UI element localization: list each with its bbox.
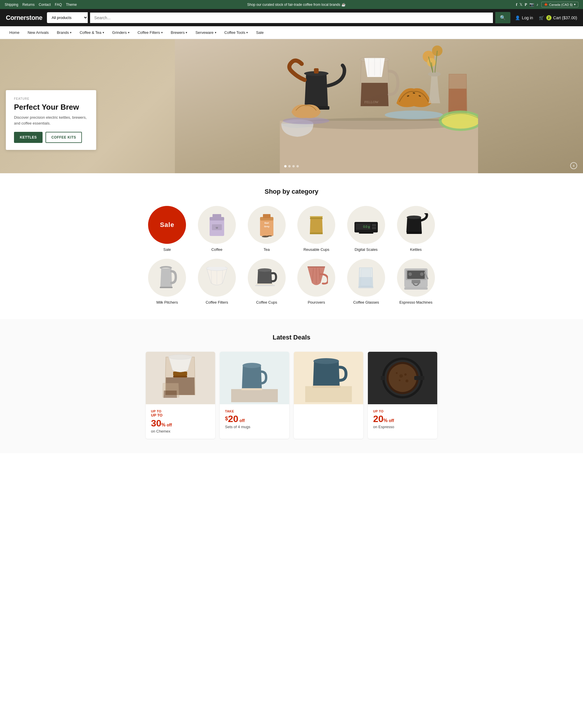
tea-bag-icon: Earl Grey xyxy=(256,213,277,237)
category-coffee-cups[interactable]: Coffee Cups xyxy=(245,259,288,305)
svg-rect-66 xyxy=(404,287,427,290)
deal-card-espresso[interactable]: UP TO 20% off on Espresso xyxy=(368,352,437,439)
nav-new-arrivals[interactable]: New Arrivals xyxy=(24,26,52,39)
twitter-icon[interactable]: 𝕏 xyxy=(520,2,522,7)
nav-grinders[interactable]: Grinders ▾ xyxy=(109,26,133,39)
svg-point-36 xyxy=(267,235,272,237)
svg-point-69 xyxy=(168,355,192,359)
deals-grid: UP TO UP TO 30% off on Chemex xyxy=(146,352,437,439)
svg-rect-73 xyxy=(305,386,352,402)
deal-image-mugs xyxy=(220,352,289,404)
deal-card-chemex[interactable]: UP TO UP TO 30% off on Chemex xyxy=(146,352,215,439)
cart-badge: 2 xyxy=(546,15,552,20)
svg-rect-37 xyxy=(310,216,323,217)
category-coffee-label: Coffee xyxy=(211,247,222,252)
svg-text:FELLOW: FELLOW xyxy=(364,100,379,104)
nav-home[interactable]: Home xyxy=(6,26,23,39)
coffee-kits-button[interactable]: COFFEE KITS xyxy=(46,132,82,143)
pinterest-icon[interactable]: 𝐏 xyxy=(525,2,527,7)
hero-description: Discover precision electric kettles, bre… xyxy=(14,114,88,126)
nav-coffee-filters[interactable]: Coffee Filters ▾ xyxy=(134,26,166,39)
svg-rect-29 xyxy=(212,224,222,230)
category-espresso-machines[interactable]: Espresso Machines xyxy=(394,259,437,305)
nav-sale[interactable]: Sale xyxy=(252,26,267,39)
currency-selector[interactable]: 🍁 Canada (CAD $) ▾ xyxy=(541,2,578,7)
kettles-button[interactable]: KETTLES xyxy=(14,132,43,143)
svg-point-63 xyxy=(408,272,412,276)
link-contact[interactable]: Contact xyxy=(39,3,51,7)
hero-dot-1[interactable] xyxy=(284,165,286,167)
deal-image-mug2 xyxy=(294,352,363,404)
link-shipping[interactable]: Shipping xyxy=(5,3,18,7)
category-kettles-label: Kettles xyxy=(410,247,422,252)
deal-image-chemex xyxy=(146,352,215,404)
svg-point-18 xyxy=(428,72,441,76)
category-kettles[interactable]: Kettles xyxy=(394,206,437,252)
deal-qualifier-espresso: off xyxy=(388,418,394,423)
svg-point-82 xyxy=(399,380,400,381)
hero-dot-3[interactable] xyxy=(293,165,295,167)
hero-buttons: KETTLES COFFEE KITS xyxy=(14,132,88,143)
svg-rect-72 xyxy=(241,388,262,390)
pitcher-icon xyxy=(157,265,177,290)
nav-coffee-tools[interactable]: Coffee Tools ▾ xyxy=(221,26,252,39)
category-milk-pitchers[interactable]: Milk Pitchers xyxy=(146,259,189,305)
nav-brewers[interactable]: Brewers ▾ xyxy=(167,26,191,39)
hero-overlay: FEATURE Perfect Your Brew Discover preci… xyxy=(6,90,96,150)
deal-badge-espresso: UP TO xyxy=(373,410,432,413)
deal-card-mug2[interactable] xyxy=(294,352,363,439)
link-returns[interactable]: Returns xyxy=(23,3,35,7)
nav-brands[interactable]: Brands ▾ xyxy=(53,26,75,39)
link-theme[interactable]: Theme xyxy=(66,3,77,7)
svg-rect-42 xyxy=(372,224,376,226)
hero-dot-4[interactable] xyxy=(297,165,299,167)
instagram-icon[interactable]: 📷 xyxy=(529,2,534,7)
hero-dot-2[interactable] xyxy=(288,165,290,167)
category-coffee-filters[interactable]: Coffee Filters xyxy=(196,259,239,305)
category-milk-pitchers-label: Milk Pitchers xyxy=(156,300,178,305)
deal-qualifier-mugs: off xyxy=(239,418,245,423)
category-coffee-glasses[interactable]: Coffee Glasses xyxy=(345,259,388,305)
category-sale[interactable]: Sale Sale xyxy=(146,206,189,252)
nav-serveware[interactable]: Serveware ▾ xyxy=(192,26,220,39)
svg-rect-68 xyxy=(173,376,187,378)
coffee-cup-icon xyxy=(255,266,278,289)
social-icons: 𝐟 𝕏 𝐏 📷 ♪ xyxy=(516,2,538,7)
search-button[interactable]: 🔍 xyxy=(495,12,510,23)
search-input[interactable] xyxy=(90,12,493,23)
svg-rect-46 xyxy=(407,232,422,234)
deals-title: Latest Deals xyxy=(6,334,577,341)
nav-coffee-tea[interactable]: Coffee & Tea ▾ xyxy=(76,26,108,39)
filter-icon xyxy=(205,267,228,289)
tiktok-icon[interactable]: ♪ xyxy=(536,2,538,7)
category-reusable-cups-label: Reusable Cups xyxy=(303,247,329,252)
category-reusable-cups[interactable]: Reusable Cups xyxy=(295,206,338,252)
deal-desc-mugs: Sets of 4 mugs xyxy=(225,425,284,429)
search-category-select[interactable]: All productsCoffeeTeaBrewersGrindersCoff… xyxy=(47,12,88,23)
cart-link[interactable]: 🛒 2 Cart ($37.00) xyxy=(539,15,577,20)
category-digital-scales[interactable]: 0.0 g Digital Scales xyxy=(345,206,388,252)
svg-rect-62 xyxy=(412,280,420,284)
top-bar: Shipping Returns Contact FAQ Theme Shop … xyxy=(0,0,583,9)
search-icon: 🔍 xyxy=(500,15,506,20)
deal-dollar-mugs: $ xyxy=(225,416,228,421)
chevron-down-icon: ▾ xyxy=(70,31,72,34)
facebook-icon[interactable]: 𝐟 xyxy=(516,2,517,7)
category-coffee-filters-label: Coffee Filters xyxy=(205,300,228,305)
hero-pause-button[interactable]: ⏸ xyxy=(570,162,577,169)
site-logo[interactable]: Cornerstone xyxy=(6,14,42,22)
category-grid: Sale Sale M Coffee xyxy=(146,206,437,305)
category-section: Shop by category Sale Sale M Coffee xyxy=(0,173,583,319)
category-tea[interactable]: Earl Grey Tea xyxy=(245,206,288,252)
deal-card-mugs[interactable]: TAKE $20 off Sets of 4 mugs xyxy=(220,352,289,439)
category-coffee[interactable]: M Coffee xyxy=(196,206,239,252)
link-faq[interactable]: FAQ xyxy=(55,3,62,7)
mug2-image xyxy=(305,354,352,402)
header-actions: 👤 Log in 🛒 2 Cart ($37.00) xyxy=(515,15,577,20)
category-pourovers[interactable]: Pourovers xyxy=(295,259,338,305)
svg-point-64 xyxy=(420,272,423,276)
svg-rect-53 xyxy=(256,284,273,285)
account-link[interactable]: 👤 Log in xyxy=(515,16,533,20)
deal-body-chemex: UP TO UP TO 30% off on Chemex xyxy=(146,404,215,439)
announcement-bar: Shop our curated stock of fair-trade cof… xyxy=(77,3,516,7)
